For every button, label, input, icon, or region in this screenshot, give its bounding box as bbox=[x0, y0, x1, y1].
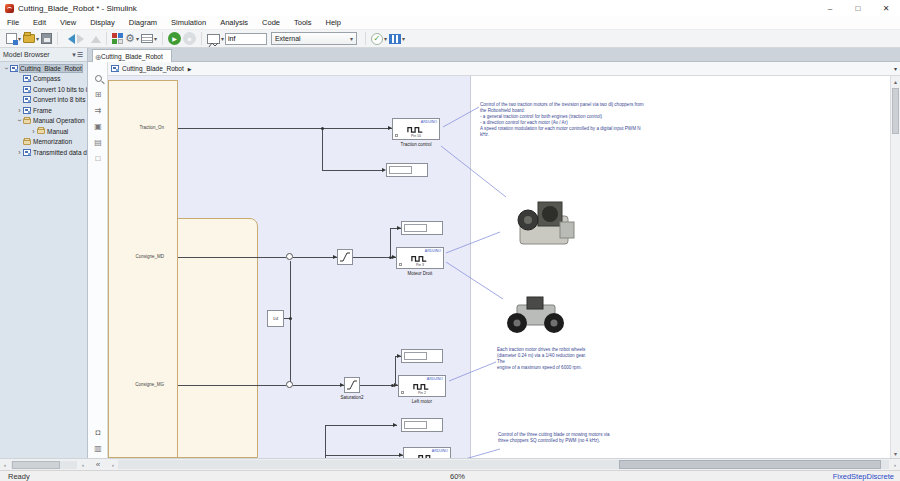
new-model-button[interactable]: ▾ bbox=[6, 31, 21, 47]
scroll-up-icon[interactable]: ▴ bbox=[891, 76, 900, 86]
validate-button[interactable]: ✓▾ bbox=[371, 31, 387, 47]
junction-circle[interactable] bbox=[286, 381, 293, 388]
menu-code[interactable]: Code bbox=[255, 18, 287, 27]
menu-file[interactable]: File bbox=[0, 18, 26, 27]
tree-item-convert-10-bits[interactable]: Convert 10 bits to i bbox=[0, 84, 87, 95]
expander-icon[interactable]: › bbox=[16, 117, 23, 124]
menu-edit[interactable]: Edit bbox=[26, 18, 53, 27]
scroll-right-icon[interactable]: › bbox=[78, 462, 88, 468]
tree-item-transmitted-data[interactable]: › Transmitted data d bbox=[0, 147, 87, 158]
fit-to-view-button[interactable]: ⊞ bbox=[88, 86, 108, 102]
menu-display[interactable]: Display bbox=[83, 18, 122, 27]
scroll-left-icon[interactable]: ‹ bbox=[108, 462, 118, 468]
signal-wire[interactable] bbox=[322, 170, 382, 171]
menu-help[interactable]: Help bbox=[319, 18, 348, 27]
signal-wire[interactable] bbox=[293, 257, 337, 258]
expander-icon[interactable]: › bbox=[16, 107, 23, 114]
tree-item-frame[interactable]: › Frame bbox=[0, 105, 87, 116]
chevron-down-icon[interactable]: ▾ bbox=[18, 35, 21, 42]
simulation-stop-time-input[interactable] bbox=[225, 33, 267, 45]
signal-wire[interactable] bbox=[390, 228, 391, 257]
area-box-button[interactable]: □ bbox=[88, 150, 108, 166]
model-canvas[interactable]: Traction_On Consigne_MD Consigne_MG bbox=[108, 76, 890, 458]
tree-item-manual-operation[interactable]: › Manual Operation bbox=[0, 116, 87, 127]
save-button[interactable] bbox=[41, 31, 52, 47]
display-block[interactable] bbox=[401, 418, 443, 432]
signal-wire[interactable] bbox=[178, 128, 392, 129]
signal-wire[interactable] bbox=[325, 455, 403, 456]
up-to-parent-button[interactable] bbox=[91, 31, 101, 47]
signal-wire[interactable] bbox=[178, 257, 286, 258]
model-browser-hscrollbar[interactable]: ‹ › bbox=[0, 458, 88, 470]
scroll-left-icon[interactable]: ‹ bbox=[0, 462, 10, 468]
explorer-bar-toggle-button[interactable]: ⊕ bbox=[88, 49, 108, 65]
arduino-pwm-block-left-motor[interactable]: ARDUINO Pin 2 bbox=[398, 375, 446, 397]
back-button[interactable] bbox=[63, 31, 75, 47]
chevron-down-icon[interactable]: ▾ bbox=[384, 35, 387, 42]
signal-wire[interactable] bbox=[395, 356, 396, 385]
menu-view[interactable]: View bbox=[53, 18, 83, 27]
menu-diagram[interactable]: Diagram bbox=[122, 18, 164, 27]
scroll-right-icon[interactable]: › bbox=[890, 462, 900, 468]
minimize-button[interactable]: – bbox=[816, 0, 844, 16]
open-button[interactable]: ▾ bbox=[23, 31, 39, 47]
signal-routing-button[interactable]: ⇉ bbox=[88, 102, 108, 118]
signal-wire[interactable] bbox=[293, 385, 344, 386]
display-block[interactable] bbox=[401, 349, 443, 363]
library-browser-button[interactable] bbox=[112, 31, 123, 47]
maximize-button[interactable]: □ bbox=[844, 0, 872, 16]
close-button[interactable]: ✕ bbox=[872, 0, 900, 16]
forward-button[interactable] bbox=[77, 31, 89, 47]
chevron-down-icon[interactable]: ▾ bbox=[221, 35, 224, 42]
scrollbar-thumb[interactable] bbox=[892, 88, 899, 134]
annotation-blades[interactable]: Control of the three cutting blade or mo… bbox=[498, 432, 633, 444]
breadcrumb-item[interactable]: Cutting_Blade_Robot bbox=[122, 65, 184, 72]
canvas-vscrollbar[interactable]: ▴ ▾ bbox=[890, 76, 900, 458]
annotation-traction[interactable]: Control of the two traction motors of th… bbox=[480, 102, 680, 138]
menu-simulation[interactable]: Simulation bbox=[164, 18, 213, 27]
tree-item-convert-into-8-bits[interactable]: Convert into 8 bits bbox=[0, 95, 87, 106]
breadcrumb-dropdown-icon[interactable]: ▾ bbox=[894, 65, 897, 72]
zoom-button[interactable] bbox=[88, 70, 108, 86]
menu-analysis[interactable]: Analysis bbox=[213, 18, 255, 27]
model-configuration-button[interactable]: ⚙▾ bbox=[125, 31, 139, 47]
viewmarks-icon[interactable]: ▥ bbox=[88, 440, 108, 456]
scrollbar-thumb[interactable] bbox=[619, 460, 881, 469]
arduino-pwm-block-traction[interactable]: ARDUINO Pin 10 bbox=[392, 118, 440, 140]
scrollbar-track[interactable] bbox=[11, 461, 77, 469]
simulation-mode-select[interactable]: External ▾ bbox=[271, 32, 357, 45]
scrollbar-track[interactable] bbox=[118, 460, 889, 469]
expander-icon[interactable]: › bbox=[30, 128, 37, 135]
signal-wire[interactable] bbox=[322, 128, 323, 170]
gain-block[interactable]: 1/4 bbox=[267, 310, 284, 327]
run-button[interactable]: ▶ bbox=[168, 31, 181, 47]
model-browser-menu-icon[interactable]: ▾☰ bbox=[72, 51, 84, 59]
robot-wheels-photo[interactable] bbox=[505, 293, 566, 341]
signal-wire[interactable] bbox=[325, 425, 397, 426]
chevron-down-icon[interactable]: ▾ bbox=[136, 35, 139, 42]
signal-wire[interactable] bbox=[178, 385, 286, 386]
arduino-pwm-block-blade[interactable]: ARDUINO bbox=[403, 447, 451, 458]
annotation-image-button[interactable]: ▣ bbox=[88, 118, 108, 134]
junction-circle[interactable] bbox=[286, 253, 293, 260]
tree-item-cutting-blade-robot[interactable]: › Cutting_Blade_Robot bbox=[0, 63, 87, 74]
arduino-pwm-block-right-motor[interactable]: ARDUINO Pin 3 bbox=[396, 247, 444, 269]
canvas-hscrollbar[interactable]: « ‹ › bbox=[88, 458, 900, 470]
chevron-down-icon[interactable]: ▾ bbox=[402, 35, 405, 42]
signal-wire[interactable] bbox=[290, 261, 291, 382]
scroll-down-icon[interactable]: ▾ bbox=[891, 448, 900, 458]
status-solver[interactable]: FixedStepDiscrete bbox=[833, 472, 894, 481]
expander-icon[interactable]: › bbox=[3, 65, 10, 72]
display-block[interactable] bbox=[401, 221, 443, 235]
deploy-to-hardware-button[interactable]: ▾ bbox=[389, 31, 405, 47]
tree-item-compass[interactable]: Compass bbox=[0, 74, 87, 85]
annotation-wheels[interactable]: Each traction motor drives the robot whe… bbox=[497, 347, 593, 371]
simulation-display-button[interactable]: ▾ bbox=[207, 31, 224, 47]
saturation-block[interactable] bbox=[337, 249, 353, 265]
tree-item-manual[interactable]: › Manual bbox=[0, 126, 87, 137]
camera-icon[interactable]: ◘ bbox=[88, 424, 108, 440]
chevron-down-icon[interactable]: ▾ bbox=[36, 35, 39, 42]
saturation-block[interactable] bbox=[344, 377, 360, 393]
signal-wire[interactable] bbox=[325, 425, 326, 458]
menu-tools[interactable]: Tools bbox=[287, 18, 319, 27]
